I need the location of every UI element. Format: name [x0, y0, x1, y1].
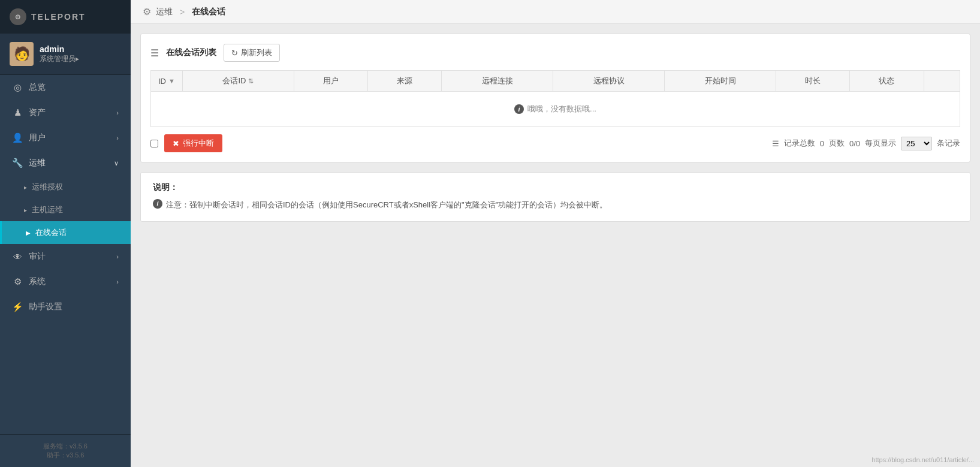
username: admin	[40, 44, 79, 54]
pages-label: 页数	[829, 138, 845, 149]
ops-online-bullet: ▶	[26, 230, 31, 236]
assets-arrow: ›	[116, 109, 119, 116]
th-duration-label: 时长	[805, 76, 821, 85]
th-start-time-label: 开始时间	[705, 76, 736, 85]
empty-cell: i 哦哦，没有数据哦...	[151, 92, 960, 127]
refresh-label: 刷新列表	[241, 47, 272, 58]
th-session-wrapper: 会话ID ⇅	[190, 76, 287, 86]
sidebar-item-ops-auth[interactable]: ▸ 运维授权	[0, 176, 131, 198]
th-status: 状态	[850, 71, 924, 92]
system-arrow: ›	[116, 278, 119, 285]
th-user: 用户	[294, 71, 367, 92]
refresh-button[interactable]: ↻ 刷新列表	[224, 44, 280, 62]
th-checkbox: ID ▼	[151, 71, 183, 92]
user-text: admin 系统管理员▸	[40, 44, 79, 64]
logo: ⊙ TELEPORT	[0, 0, 131, 34]
sidebar-item-assets[interactable]: ♟ 资产 ›	[0, 100, 131, 125]
sidebar-item-assistant[interactable]: ⚡ 助手设置	[0, 294, 131, 320]
description-card: 说明： i 注意：强制中断会话时，相同会话ID的会话（例如使用SecureCRT…	[140, 172, 970, 222]
server-version: 服务端：v3.5.6	[10, 442, 121, 451]
avatar: 🧑	[10, 42, 34, 66]
sidebar-item-overview[interactable]: ◎ 总览	[0, 75, 131, 100]
per-page-label: 每页显示	[865, 138, 896, 149]
audit-icon: 👁	[12, 252, 23, 262]
ops-auth-bullet: ▸	[24, 184, 27, 191]
topbar-section: 运维	[156, 7, 173, 17]
sidebar-item-system-label: 系统	[29, 276, 46, 287]
sidebar-item-ops-online[interactable]: ▶ 在线会话	[0, 221, 131, 244]
force-stop-label: 强行中断	[183, 138, 214, 149]
table-footer: ✖ 强行中断 ☰ 记录总数 0 页数 0/0 每页显示 25 50 100	[150, 134, 960, 152]
card-title: 在线会话列表	[166, 47, 216, 58]
sidebar-item-ops-host[interactable]: ▸ 主机运维	[0, 198, 131, 221]
ops-icon: 🔧	[12, 158, 23, 168]
stop-icon: ✖	[173, 139, 179, 148]
topbar: ⚙ 运维 > 在线会话	[131, 0, 980, 24]
sidebar-item-users-label: 用户	[29, 132, 46, 143]
info-icon: i	[514, 104, 524, 114]
audit-arrow: ›	[116, 253, 119, 260]
per-page-select[interactable]: 25 50 100	[901, 137, 932, 150]
breadcrumb-current: 在线会话	[192, 7, 225, 17]
th-status-label: 状态	[879, 76, 894, 85]
th-remote-conn: 远程连接	[442, 71, 553, 92]
pagination-info: ☰ 记录总数 0 页数 0/0 每页显示 25 50 100 条记录	[772, 137, 960, 150]
sidebar-item-users[interactable]: 👤 用户 ›	[0, 125, 131, 150]
footer-left: ✖ 强行中断	[150, 134, 222, 152]
sidebar-item-ops[interactable]: 🔧 运维 ∨	[0, 150, 131, 176]
list-icon-small: ☰	[772, 139, 779, 148]
empty-message: i 哦哦，没有数据哦...	[163, 104, 948, 115]
sidebar-item-ops-online-label: 在线会话	[35, 227, 67, 238]
force-stop-button[interactable]: ✖ 强行中断	[164, 134, 222, 152]
records-suffix: 条记录	[937, 138, 960, 149]
sidebar-item-assets-label: 资产	[29, 107, 46, 118]
logo-text: TELEPORT	[31, 12, 86, 22]
sidebar-item-audit[interactable]: 👁 审计 ›	[0, 244, 131, 269]
sessions-table: ID ▼ 会话ID ⇅ 用户 来源 远程连接	[150, 70, 960, 127]
th-actions	[924, 71, 960, 92]
pages-value: 0/0	[849, 139, 860, 148]
sessions-card: ☰ 在线会话列表 ↻ 刷新列表 ID ▼	[140, 34, 970, 162]
sort-icon: ▼	[168, 77, 175, 85]
main-content: ⚙ 运维 > 在线会话 ☰ 在线会话列表 ↻ 刷新列表 ID	[131, 0, 980, 467]
sidebar-item-overview-label: 总览	[29, 82, 46, 93]
logo-icon: ⊙	[10, 8, 26, 25]
th-source: 来源	[368, 71, 442, 92]
th-id-wrapper: ID ▼	[158, 77, 175, 86]
th-duration: 时长	[776, 71, 850, 92]
assistant-icon: ⚡	[12, 302, 23, 312]
sidebar-item-assistant-label: 助手设置	[29, 302, 62, 312]
records-label: 记录总数	[784, 138, 815, 149]
sidebar-item-ops-label: 运维	[29, 158, 46, 168]
th-remote-proto-label: 远程协议	[593, 76, 625, 85]
user-role: 系统管理员▸	[40, 54, 79, 64]
topbar-gear-icon: ⚙	[143, 6, 151, 17]
sidebar-item-audit-label: 审计	[29, 251, 46, 262]
sidebar-footer: 服务端：v3.5.6 助手：v3.5.6	[0, 434, 131, 467]
user-info[interactable]: 🧑 admin 系统管理员▸	[0, 34, 131, 75]
th-remote-proto: 远程协议	[553, 71, 665, 92]
table-head: ID ▼ 会话ID ⇅ 用户 来源 远程连接	[151, 71, 960, 92]
records-count: 0	[820, 139, 824, 148]
overview-icon: ◎	[12, 82, 23, 93]
th-start-time: 开始时间	[665, 71, 776, 92]
sidebar-item-ops-auth-label: 运维授权	[32, 182, 63, 192]
desc-note: i 注意：强制中断会话时，相同会话ID的会话（例如使用SecureCRT或者xS…	[153, 199, 958, 212]
breadcrumb-separator: >	[180, 7, 185, 17]
table-body: i 哦哦，没有数据哦...	[151, 92, 960, 127]
users-arrow: ›	[116, 134, 119, 141]
system-icon: ⚙	[12, 276, 23, 287]
sidebar: ⊙ TELEPORT 🧑 admin 系统管理员▸ ◎ 总览 ♟ 资产 › 👤 …	[0, 0, 131, 467]
empty-row: i 哦哦，没有数据哦...	[151, 92, 960, 127]
select-all-checkbox[interactable]	[150, 140, 158, 147]
refresh-icon: ↻	[231, 49, 238, 58]
th-session-label: 会话ID	[222, 76, 246, 86]
nav-menu: ◎ 总览 ♟ 资产 › 👤 用户 › 🔧 运维 ∨ ▸ 运维授权 ▸ 主机运维 …	[0, 75, 131, 434]
sidebar-item-ops-host-label: 主机运维	[32, 204, 63, 215]
sidebar-item-system[interactable]: ⚙ 系统 ›	[0, 269, 131, 294]
watermark: https://blog.csdn.net/u011/article/...	[872, 456, 974, 463]
content-area: ☰ 在线会话列表 ↻ 刷新列表 ID ▼	[131, 24, 980, 467]
card-header: ☰ 在线会话列表 ↻ 刷新列表	[150, 44, 960, 62]
session-sort-icon: ⇅	[248, 77, 254, 85]
th-source-label: 来源	[397, 76, 412, 85]
